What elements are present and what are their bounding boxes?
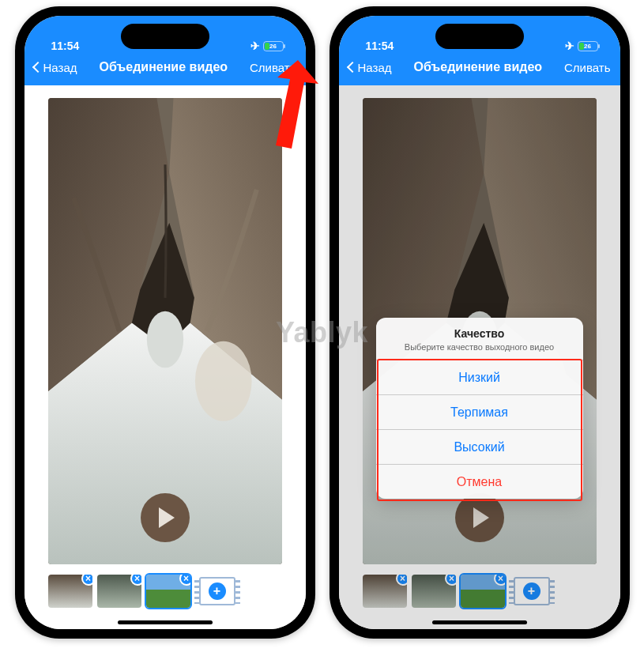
back-button[interactable]: Назад — [348, 61, 392, 74]
plus-icon: + — [209, 582, 226, 600]
sheet-title: Качество — [387, 327, 572, 340]
clip-thumb[interactable]: × — [97, 575, 141, 608]
phone-left: 11:54 ✈︎ 26 Назад Объединение видео Слив… — [15, 6, 315, 639]
status-time: 11:54 — [51, 40, 80, 52]
svg-point-2 — [194, 341, 251, 421]
dynamic-island — [121, 24, 209, 49]
back-button[interactable]: Назад — [34, 61, 77, 74]
phone-right: 11:54 ✈︎ 26 Назад Объединение видео Слив… — [330, 6, 630, 639]
remove-clip-icon[interactable]: × — [130, 575, 141, 586]
svg-point-1 — [146, 311, 183, 368]
page-title: Объединение видео — [413, 60, 542, 74]
remove-clip-icon[interactable]: × — [179, 575, 190, 586]
page-title: Объединение видео — [99, 60, 228, 74]
add-clip-button[interactable]: + — [195, 575, 239, 608]
back-label: Назад — [358, 61, 392, 74]
sheet-subtitle: Выберите качество выходного видео — [387, 342, 572, 352]
merge-button[interactable]: Сливать — [564, 61, 610, 74]
quality-action-sheet: Качество Выберите качество выходного вид… — [376, 318, 583, 499]
clip-thumb[interactable]: × — [146, 575, 190, 608]
battery-icon: 26 — [263, 41, 284, 51]
airplane-icon: ✈︎ — [250, 40, 260, 52]
nav-bar: Назад Объединение видео Сливать — [24, 54, 306, 85]
clip-thumb[interactable]: × — [48, 575, 92, 608]
remove-clip-icon[interactable]: × — [81, 575, 92, 586]
battery-icon: 26 — [578, 41, 598, 51]
nav-bar: Назад Объединение видео Сливать — [339, 54, 620, 85]
chevron-left-icon — [32, 62, 43, 73]
quality-option-medium[interactable]: Терпимая — [376, 394, 583, 429]
back-label: Назад — [43, 61, 77, 74]
home-indicator — [118, 620, 213, 624]
status-time: 11:54 — [366, 40, 394, 52]
merge-button[interactable]: Сливать — [250, 61, 296, 74]
dynamic-island — [435, 24, 524, 49]
quality-option-low[interactable]: Низкий — [376, 360, 583, 394]
video-preview[interactable] — [48, 98, 282, 564]
chevron-left-icon — [346, 62, 357, 73]
airplane-icon: ✈︎ — [565, 40, 574, 52]
quality-cancel[interactable]: Отмена — [376, 464, 583, 499]
play-icon — [159, 507, 175, 528]
quality-option-high[interactable]: Высокий — [376, 429, 583, 464]
play-button[interactable] — [141, 493, 190, 542]
